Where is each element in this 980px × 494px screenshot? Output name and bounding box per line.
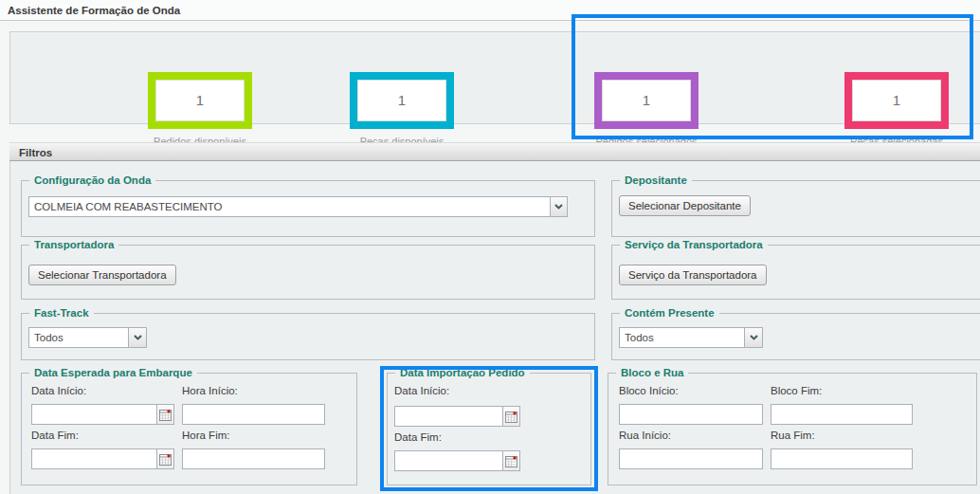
rua-inicio-label: Rua Início: [619,429,671,442]
fieldset-legend: Serviço da Transportadora [620,238,768,252]
selecionar-depositante-button[interactable]: Selecionar Depositante [619,195,751,216]
card-pecas-disponiveis: 1 Peças disponíveis [350,72,454,148]
bloco-inicio-label: Bloco Início: [619,384,679,397]
rua-fim-input[interactable] [771,448,913,469]
chevron-down-icon [554,204,563,210]
card-pecas-selecionadas: 1 Peças selecionadas [844,72,949,148]
data-inicio-label: Data Início: [394,384,449,397]
embarque-data-inicio-input[interactable] [31,404,157,425]
card-value: 1 [852,80,941,121]
card-value: 1 [357,80,446,121]
fieldset-legend: Data Esperada para Embarque [29,366,197,380]
importacao-data-fim-input[interactable] [394,450,503,471]
bloco-fim-input[interactable] [771,404,913,425]
card-pedidos-disponiveis: 1 Pedidos disponíveis [148,72,252,148]
servico-transportadora-button[interactable]: Serviço da Transportadora [619,265,767,285]
filters-header: Filtros [9,142,980,161]
fieldset-legend: Fast-Track [29,306,94,320]
data-fim-label: Data Fim: [394,430,442,444]
calendar-icon [159,409,172,421]
fieldset-legend: Transportadora [29,238,118,252]
card-box: 1 [594,72,699,129]
hora-inicio-label: Hora Início: [182,384,238,397]
importacao-data-fim-calendar-button[interactable] [502,450,520,471]
fieldset-legend: Data Importação Pedido [395,366,530,380]
embarque-data-fim-calendar-button[interactable] [156,448,174,469]
configuracao-onda-selected-value: COLMEIA COM REABASTECIMENTO [28,196,550,217]
calendar-icon [505,455,517,467]
fast-track-selected-value: Todos [28,327,128,348]
chevron-down-icon [750,335,758,340]
configuracao-onda-dropdown-trigger[interactable] [550,196,568,217]
fast-track-dropdown-trigger[interactable] [128,327,147,348]
rua-fim-label: Rua Fim: [771,429,815,442]
card-box: 1 [844,72,949,129]
fieldset-legend: Configuração da Onda [29,174,155,188]
embarque-hora-inicio-input[interactable] [182,404,325,425]
card-box: 1 [148,72,252,129]
bloco-inicio-input[interactable] [619,404,763,425]
card-box: 1 [350,72,454,129]
importacao-data-inicio-calendar-button[interactable] [502,406,520,427]
contem-presente-selected-value: Todos [619,327,744,348]
card-value: 1 [155,80,245,121]
fieldset-legend: Contém Presente [620,306,719,320]
hora-fim-label: Hora Fim: [182,429,229,442]
importacao-data-inicio-input[interactable] [394,406,503,427]
summary-cards-panel: 1 Pedidos disponíveis 1 Peças disponívei… [9,31,980,124]
card-pedidos-selecionados: 1 Pedidos selecionados [594,72,699,148]
bloco-fim-label: Bloco Fim: [771,384,822,397]
contem-presente-dropdown-trigger[interactable] [744,327,763,348]
data-fim-label: Data Fim: [31,429,79,442]
chevron-down-icon [134,335,142,340]
calendar-icon [159,453,172,466]
fieldset-legend: Bloco e Rua [616,366,688,380]
embarque-data-fim-input[interactable] [31,448,157,469]
configuracao-onda-select[interactable]: COLMEIA COM REABASTECIMENTO [28,196,568,217]
data-inicio-label: Data Início: [31,384,86,397]
card-value: 1 [602,80,691,121]
fast-track-select[interactable]: Todos [28,327,147,348]
page-title: Assistente de Formação de Onda [0,0,980,21]
calendar-icon [505,411,517,423]
selecionar-transportadora-button[interactable]: Selecionar Transportadora [28,265,176,285]
embarque-hora-fim-input[interactable] [182,448,325,469]
fieldset-legend: Depositante [620,174,692,188]
contem-presente-select[interactable]: Todos [619,327,763,348]
rua-inicio-input[interactable] [619,448,763,469]
embarque-data-inicio-calendar-button[interactable] [156,404,174,425]
